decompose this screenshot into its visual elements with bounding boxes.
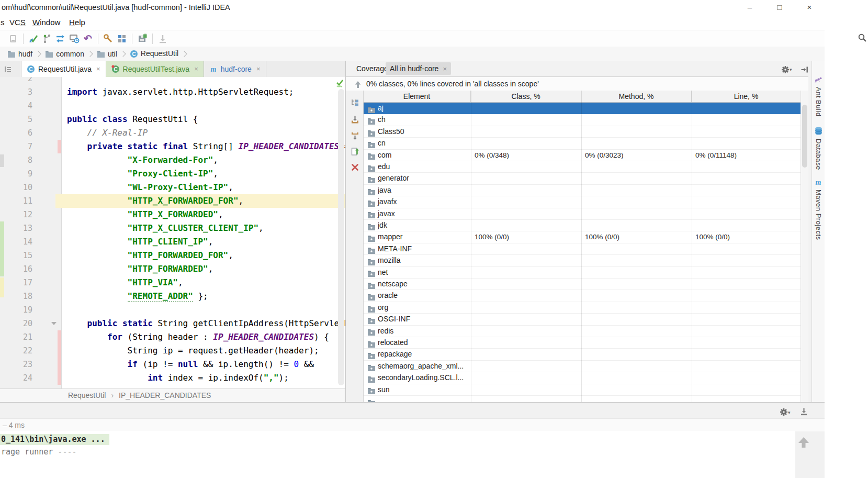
code-line[interactable]: 16 "HTTP_FORWARDED", xyxy=(0,262,345,276)
close-icon[interactable]: × xyxy=(194,65,198,73)
code-line[interactable]: 2 xyxy=(0,77,345,85)
tool-window-button-maven-projects[interactable]: Maven Projects xyxy=(815,190,822,240)
gear-icon[interactable]: ▾ xyxy=(780,407,791,416)
table-row[interactable]: cn xyxy=(363,138,801,149)
code-line[interactable]: 3import javax.servlet.http.HttpServletRe… xyxy=(0,85,345,99)
column-header-method[interactable]: Method, % xyxy=(581,91,692,102)
table-row[interactable]: relocated xyxy=(363,337,801,349)
coverage-scope-tab[interactable]: All in hudf-core × xyxy=(386,62,451,75)
editor-tab-requestutiltest-java[interactable]: CRequestUtilTest.java× xyxy=(106,61,204,77)
column-header-element[interactable]: Element xyxy=(363,91,471,102)
generate-report-icon[interactable] xyxy=(349,146,360,157)
code-line[interactable]: 23 if (ip != null && ip.length() != 0 && xyxy=(0,358,345,371)
hide-panel-icon[interactable] xyxy=(801,64,809,74)
table-row[interactable]: aj xyxy=(363,103,801,114)
code-line[interactable]: 4 xyxy=(0,99,345,113)
code-line[interactable]: 15 "HTTP_FORWARDED_FOR", xyxy=(0,249,345,262)
code-line[interactable]: 6 // X-Real-IP xyxy=(0,126,345,140)
minimize-button[interactable]: – xyxy=(742,2,758,13)
scroll-up-icon[interactable] xyxy=(797,436,810,449)
gear-icon[interactable]: ▾ xyxy=(781,64,792,74)
save-all-button[interactable] xyxy=(136,33,149,45)
table-row[interactable]: sun xyxy=(363,384,801,396)
up-arrow-icon[interactable] xyxy=(354,80,362,89)
code-line[interactable]: 9 "Proxy-Client-IP", xyxy=(0,167,345,181)
code-line[interactable]: 8 "X-Forwarded-For", xyxy=(0,153,345,167)
vcs-merge-button[interactable] xyxy=(54,33,67,45)
editor-scrollbar[interactable] xyxy=(338,89,344,385)
import-coverage-icon[interactable] xyxy=(349,114,360,125)
flatten-packages-icon[interactable] xyxy=(349,97,360,108)
table-row[interactable]: edu xyxy=(363,161,801,173)
breadcrumb-item-hudf[interactable]: hudf xyxy=(7,50,32,58)
table-row[interactable]: net xyxy=(363,267,801,279)
code-line[interactable]: 13 "HTTP_X_CLUSTER_CLIENT_IP", xyxy=(0,221,345,235)
column-header-class[interactable]: Class, % xyxy=(471,91,581,102)
code-line[interactable]: 7 private static final String[] IP_HEADE… xyxy=(0,140,345,153)
coverage-scrollbar[interactable] xyxy=(801,91,808,402)
window-disabled-button[interactable] xyxy=(6,33,20,45)
table-row[interactable]: javax xyxy=(363,208,801,220)
table-row[interactable]: schemaorg_apache_xml... xyxy=(363,361,801,372)
search-icon[interactable] xyxy=(858,32,867,42)
code-line[interactable]: 18 "REMOTE_ADDR" }; xyxy=(0,290,345,303)
table-row[interactable]: oracle xyxy=(363,290,801,302)
table-row[interactable]: com0% (0/348)0% (0/3023)0% (0/11148) xyxy=(363,150,801,161)
code-line[interactable]: 19 xyxy=(0,303,345,317)
tool-window-button-ant-build[interactable]: Ant Build xyxy=(815,87,822,117)
table-row[interactable]: mapper100% (0/0)100% (0/0)100% (0/0) xyxy=(363,231,801,243)
table-row[interactable]: OSGI-INF xyxy=(363,314,801,325)
breadcrumb-item-util[interactable]: util xyxy=(97,50,117,58)
fold-marker-icon[interactable] xyxy=(51,322,57,325)
code-line[interactable]: 21 for (String header : IP_HEADER_CANDID… xyxy=(0,330,345,344)
table-row[interactable] xyxy=(363,396,801,402)
table-row[interactable]: netscape xyxy=(363,279,801,290)
code-line[interactable]: 22 String ip = request.getHeader(header)… xyxy=(0,344,345,358)
code-line[interactable]: 14 "HTTP_CLIENT_IP", xyxy=(0,235,345,249)
code-line[interactable]: 24 int index = ip.indexOf(","); xyxy=(0,371,345,385)
code-line[interactable]: 5public class RequestUtil { xyxy=(0,113,345,126)
close-icon[interactable]: × xyxy=(96,65,100,73)
table-row[interactable]: jdk xyxy=(363,220,801,231)
export-coverage-icon[interactable] xyxy=(349,130,360,141)
project-structure-button[interactable] xyxy=(115,33,129,45)
code-line[interactable]: 10 "WL-Proxy-Client-IP", xyxy=(0,181,345,194)
sync-status-button[interactable] xyxy=(67,33,81,45)
table-row[interactable]: javafx xyxy=(363,196,801,208)
editor-tab-requestutil-java[interactable]: CRequestUtil.java× xyxy=(21,61,106,77)
menu-item-window[interactable]: Window xyxy=(32,18,60,27)
close-button[interactable]: × xyxy=(802,2,817,13)
close-icon[interactable]: × xyxy=(256,65,261,73)
breadcrumb-member[interactable]: IP_HEADER_CANDIDATES xyxy=(119,391,211,399)
tool-window-button-database[interactable]: Database xyxy=(815,139,822,170)
code-line[interactable]: 11 "HTTP_X_FORWARDED_FOR", xyxy=(0,194,345,208)
menu-item-partial[interactable]: s xyxy=(1,18,5,27)
pin-scroll-icon[interactable] xyxy=(799,407,808,416)
inspections-ok-icon[interactable] xyxy=(335,79,344,88)
table-row[interactable]: org xyxy=(363,302,801,314)
table-row[interactable]: java xyxy=(363,185,801,196)
tab-list-icon[interactable] xyxy=(4,64,12,74)
table-row[interactable]: repackage xyxy=(363,349,801,360)
close-icon[interactable]: × xyxy=(443,65,447,73)
breadcrumb-class[interactable]: RequestUtil xyxy=(68,391,106,399)
code-line[interactable]: 12 "HTTP_X_FORWARDED", xyxy=(0,208,345,221)
table-row[interactable]: generator xyxy=(363,173,801,184)
code-line[interactable]: 17 "HTTP_VIA", xyxy=(0,276,345,290)
rollback-button[interactable]: ↶ xyxy=(81,33,95,45)
table-row[interactable]: mozilla xyxy=(363,255,801,266)
breadcrumb-item-requestutil[interactable]: CRequestUtil xyxy=(130,49,178,58)
console-output[interactable]: 0_141\bin\java.exe ... rage runner ---- xyxy=(0,431,795,478)
editor-tab-hudf-core[interactable]: mhudf-core× xyxy=(204,61,266,77)
table-row[interactable]: META-INF xyxy=(363,243,801,255)
vcs-update-button[interactable] xyxy=(27,33,40,45)
vcs-branch-button[interactable] xyxy=(40,33,54,45)
download-disabled-button[interactable] xyxy=(156,33,170,45)
maximize-button[interactable]: □ xyxy=(772,2,787,13)
close-coverage-icon[interactable] xyxy=(349,161,360,173)
table-row[interactable]: secondaryLoading.SCL.l... xyxy=(363,372,801,384)
table-row[interactable]: redis xyxy=(363,326,801,337)
breadcrumb-item-common[interactable]: common xyxy=(45,50,84,58)
column-header-line[interactable]: Line, % xyxy=(692,91,801,102)
table-row[interactable]: ch xyxy=(363,114,801,126)
